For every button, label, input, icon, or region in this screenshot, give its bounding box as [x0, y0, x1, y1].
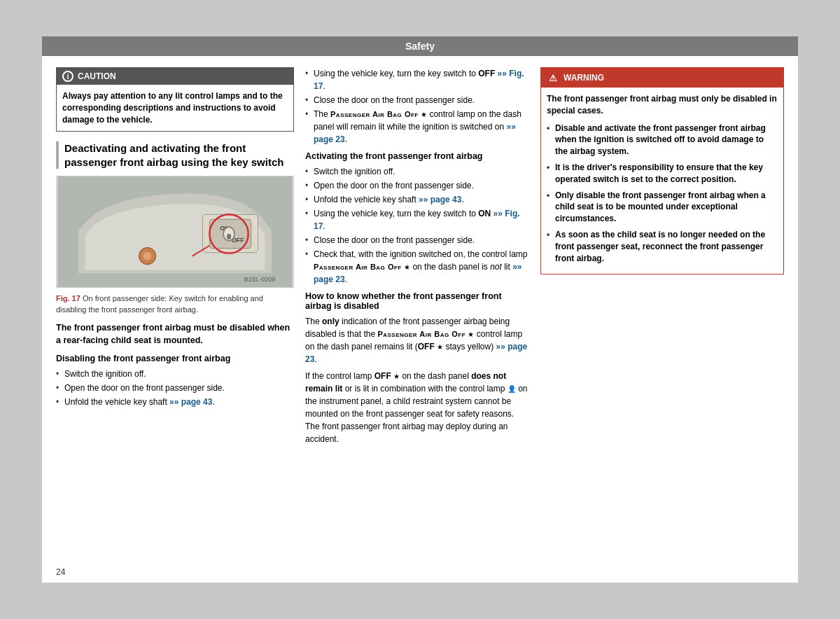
section-heading: Deactivating and activating the front pa… [56, 141, 294, 169]
figure-image: ON OFF B1SL-0209 [56, 176, 294, 288]
list-item: It is the driver's responsibility to ens… [547, 162, 778, 186]
svg-rect-6 [227, 234, 231, 239]
list-item: Disable and activate the front passenger… [547, 123, 778, 158]
warning-label: WARNING [564, 73, 604, 83]
how-to-know-body2: If the control lamp OFF ★ on the dash pa… [305, 370, 529, 445]
cont-bullet-list: Using the vehicle key, turn the key swit… [305, 67, 529, 146]
caution-icon: i [62, 71, 74, 82]
list-item: Check that, with the ignition switched o… [305, 248, 529, 286]
list-item: The Passenger Air Bag Off ★ control lamp… [305, 108, 529, 146]
warning-intro: The front passenger front airbag must on… [547, 93, 778, 117]
right-column: ⚠ WARNING The front passenger front airb… [540, 67, 784, 566]
airbag-must-disable: The front passenger front airbag must be… [56, 322, 294, 347]
warning-bullet-list: Disable and activate the front passenger… [547, 123, 778, 265]
caution-label: CAUTION [78, 71, 116, 81]
left-column: i CAUTION Always pay attention to any li… [56, 67, 294, 566]
caution-body: Always pay attention to any lit control … [57, 85, 293, 131]
disabling-bullet-list: Switch the ignition off. Open the door o… [56, 368, 294, 408]
list-item: Open the door on the front passenger sid… [56, 382, 294, 394]
list-item: Switch the ignition off. [56, 368, 294, 380]
warning-body: The front passenger front airbag must on… [541, 88, 783, 274]
figure-caption: Fig. 17 On front passenger side: Key swi… [56, 293, 294, 315]
page-header: Safety [42, 36, 798, 56]
activating-heading: Activating the front passenger front air… [305, 151, 529, 161]
figure-caption-text: On front passenger side: Key switch for … [56, 294, 263, 313]
list-item: Using the vehicle key, turn the key swit… [305, 207, 529, 232]
page-number: 24 [56, 567, 65, 577]
list-item: Only disable the front passenger front a… [547, 190, 778, 225]
svg-point-10 [144, 252, 152, 260]
how-to-know-heading: How to know whether the front passenger … [305, 291, 529, 311]
warning-box: ⚠ WARNING The front passenger front airb… [540, 67, 784, 274]
list-item: Open the door on the front passenger sid… [305, 179, 529, 192]
list-item: As soon as the child seat is no longer n… [547, 229, 778, 264]
how-to-know-body1: The only indication of the front passeng… [305, 315, 529, 366]
list-item: Using the vehicle key, turn the key swit… [305, 67, 529, 92]
caution-box: i CAUTION Always pay attention to any li… [56, 67, 294, 132]
list-item: Close the door on the front passenger si… [305, 234, 529, 246]
activating-bullet-list: Switch the ignition off. Open the door o… [305, 165, 529, 286]
middle-column: Using the vehicle key, turn the key swit… [305, 67, 529, 566]
list-item: Unfold the vehicle key shaft »» page 43. [305, 193, 529, 206]
disabling-heading: Disabling the front passenger front airb… [56, 354, 294, 363]
warning-header: ⚠ WARNING [541, 68, 783, 88]
list-item: Switch the ignition off. [305, 165, 529, 178]
list-item: Close the door on the front passenger si… [305, 94, 529, 106]
page: Safety i CAUTION Always pay attention to… [42, 36, 798, 583]
caution-header: i CAUTION [57, 68, 293, 85]
list-item: Unfold the vehicle key shaft »» page 43. [56, 396, 294, 408]
svg-text:B1SL-0209: B1SL-0209 [244, 276, 275, 283]
warning-icon: ⚠ [547, 71, 559, 84]
